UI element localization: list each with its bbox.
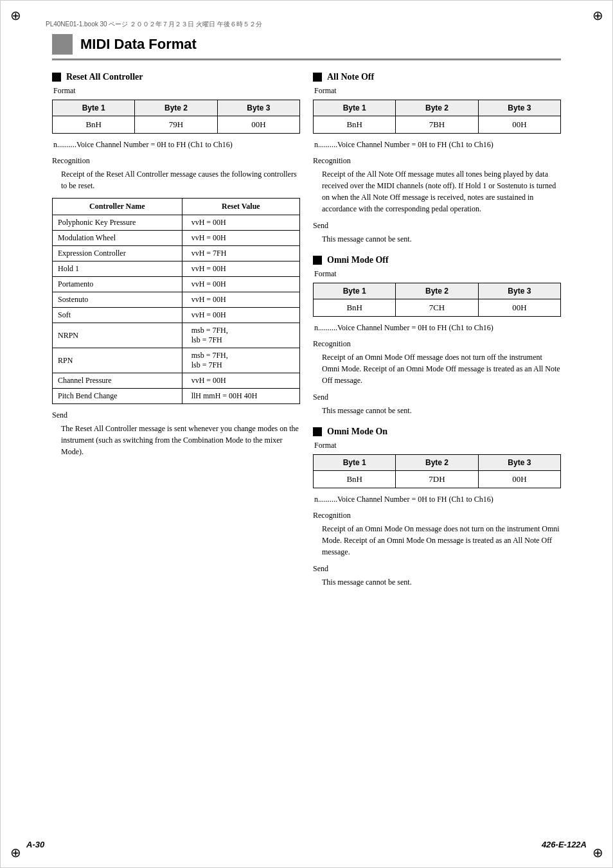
reset-recognition-body: Receipt of the Reset All Controller mess… xyxy=(61,168,300,191)
ctrl-val-7: vvH = 00H xyxy=(182,308,299,323)
all-note-off-heading: All Note Off xyxy=(313,72,561,82)
ctrl-val-4: vvH = 00H xyxy=(182,261,299,277)
corner-mark-bl: ⊕ xyxy=(6,843,25,862)
ctrl-name-11: Pitch Bend Change xyxy=(53,389,182,404)
ctrl-name-3: Expression Controller xyxy=(53,246,182,261)
omni-mode-on-heading: Omni Mode On xyxy=(313,427,561,437)
reset-byte1: BnH xyxy=(53,116,135,134)
reset-all-controller-heading: Reset All Controller xyxy=(52,72,300,82)
omni-mode-off-title: Omni Mode Off xyxy=(327,255,389,265)
omo-send-body: This message cannot be sent. xyxy=(322,405,561,416)
ctrl-name-6: Sostenuto xyxy=(53,292,182,308)
all-note-off-title: All Note Off xyxy=(327,72,374,82)
header-text: PL40NE01-1.book 30 ページ ２００２年７月２３日 火曜日 午後… xyxy=(46,20,262,29)
omon-byte2: 7DH xyxy=(396,471,478,488)
ctrl-val-3: vvH = 7FH xyxy=(182,246,299,261)
omo-byte3: 00H xyxy=(478,299,560,317)
table-row: NRPN msb = 7FH,lsb = 7FH xyxy=(53,323,300,348)
omni-on-byte-table: Byte 1 Byte 2 Byte 3 BnH 7DH 00H xyxy=(313,454,561,488)
omo-byte-h1: Byte 1 xyxy=(314,283,396,299)
table-row: Polyphonic Key Pressure vvH = 00H xyxy=(53,215,300,231)
omo-byte1: BnH xyxy=(314,299,396,317)
ctrl-name-2: Modulation Wheel xyxy=(53,231,182,246)
reset-all-controller-section: Reset All Controller Format Byte 1 Byte … xyxy=(52,72,300,457)
ano-recognition-heading: Recognition xyxy=(313,156,561,166)
all-note-off-section: All Note Off Format Byte 1 Byte 2 Byte 3… xyxy=(313,72,561,245)
omo-send-heading: Send xyxy=(313,393,561,402)
reset-byte3: 00H xyxy=(217,116,299,134)
format-label-left: Format xyxy=(53,86,300,96)
reset-send-body: The Reset All Controller message is sent… xyxy=(61,423,300,457)
reset-all-controller-title: Reset All Controller xyxy=(66,72,143,82)
omo-byte-h2: Byte 2 xyxy=(396,283,478,299)
title-section: MIDI Data Format xyxy=(52,34,561,60)
ano-byte1: BnH xyxy=(314,116,396,134)
footer: A-30 426-E-122A xyxy=(26,840,587,849)
table-row: Portamento vvH = 00H xyxy=(53,277,300,292)
ctrl-val-5: vvH = 00H xyxy=(182,277,299,292)
reset-note: n..........Voice Channel Number = 0H to … xyxy=(53,140,300,150)
format-label-r1: Format xyxy=(314,86,561,96)
table-row: Expression Controller vvH = 7FH xyxy=(53,246,300,261)
ctrl-name-10: Channel Pressure xyxy=(53,373,182,389)
ctrl-name-9: RPN xyxy=(53,348,182,373)
corner-mark-br: ⊕ xyxy=(588,843,607,862)
table-row: RPN msb = 7FH,lsb = 7FH xyxy=(53,348,300,373)
ano-byte2: 7BH xyxy=(396,116,478,134)
omni-mode-off-section: Omni Mode Off Format Byte 1 Byte 2 Byte … xyxy=(313,255,561,416)
title-icon xyxy=(52,34,73,55)
ctrl-val-11: llH mmH = 00H 40H xyxy=(182,389,299,404)
omo-byte-h3: Byte 3 xyxy=(478,283,560,299)
omo-byte2: 7CH xyxy=(396,299,478,317)
byte-header-3: Byte 3 xyxy=(217,100,299,116)
table-row: Modulation Wheel vvH = 00H xyxy=(53,231,300,246)
ctrl-name-8: NRPN xyxy=(53,323,182,348)
omon-recognition-heading: Recognition xyxy=(313,511,561,520)
heading-square-icon-3 xyxy=(313,256,322,265)
col-left: Reset All Controller Format Byte 1 Byte … xyxy=(52,72,300,598)
ano-send-heading: Send xyxy=(313,221,561,231)
corner-mark-tr: ⊕ xyxy=(588,6,607,25)
reset-value-header: Reset Value xyxy=(182,199,299,215)
main-content: Reset All Controller Format Byte 1 Byte … xyxy=(52,72,561,598)
ctrl-val-10: vvH = 00H xyxy=(182,373,299,389)
table-row: Soft vvH = 00H xyxy=(53,308,300,323)
page-title: MIDI Data Format xyxy=(80,36,197,53)
format-label-r2: Format xyxy=(314,269,561,279)
omon-recognition-body: Receipt of an Omni Mode On message does … xyxy=(322,523,561,558)
omon-byte-h3: Byte 3 xyxy=(478,455,560,471)
omon-byte1: BnH xyxy=(314,471,396,488)
heading-square-icon-2 xyxy=(313,73,322,82)
ctrl-name-5: Portamento xyxy=(53,277,182,292)
header-bar: PL40NE01-1.book 30 ページ ２００２年７月２３日 火曜日 午後… xyxy=(26,20,587,29)
omni-off-byte-table: Byte 1 Byte 2 Byte 3 BnH 7CH 00H xyxy=(313,283,561,317)
table-row: Hold 1 vvH = 00H xyxy=(53,261,300,277)
ano-send-body: This message cannot be sent. xyxy=(322,233,561,245)
ctrl-val-1: vvH = 00H xyxy=(182,215,299,231)
omon-byte-h1: Byte 1 xyxy=(314,455,396,471)
reset-byte-table: Byte 1 Byte 2 Byte 3 BnH 79H 00H xyxy=(52,100,300,134)
ctrl-name-1: Polyphonic Key Pressure xyxy=(53,215,182,231)
byte-header-2: Byte 2 xyxy=(135,100,217,116)
ctrl-val-6: vvH = 00H xyxy=(182,292,299,308)
footer-code: 426-E-122A xyxy=(542,840,587,849)
ctrl-val-9: msb = 7FH,lsb = 7FH xyxy=(182,348,299,373)
omon-byte-h2: Byte 2 xyxy=(396,455,478,471)
omon-send-heading: Send xyxy=(313,564,561,574)
ano-byte3: 00H xyxy=(478,116,560,134)
omo-note: n..........Voice Channel Number = 0H to … xyxy=(314,323,561,333)
page-wrapper: ⊕ ⊕ ⊕ ⊕ PL40NE01-1.book 30 ページ ２００２年７月２３… xyxy=(0,0,613,868)
table-row: Sostenuto vvH = 00H xyxy=(53,292,300,308)
reset-byte2: 79H xyxy=(135,116,217,134)
omni-mode-on-section: Omni Mode On Format Byte 1 Byte 2 Byte 3… xyxy=(313,427,561,588)
table-row: Channel Pressure vvH = 00H xyxy=(53,373,300,389)
ctrl-val-8: msb = 7FH,lsb = 7FH xyxy=(182,323,299,348)
all-note-off-byte-table: Byte 1 Byte 2 Byte 3 BnH 7BH 00H xyxy=(313,100,561,134)
omni-mode-on-title: Omni Mode On xyxy=(327,427,387,437)
omon-note: n..........Voice Channel Number = 0H to … xyxy=(314,495,561,504)
controller-name-header: Controller Name xyxy=(53,199,182,215)
ctrl-val-2: vvH = 00H xyxy=(182,231,299,246)
heading-square-icon xyxy=(52,73,61,82)
omon-send-body: This message cannot be sent. xyxy=(322,576,561,588)
footer-page: A-30 xyxy=(26,840,44,849)
